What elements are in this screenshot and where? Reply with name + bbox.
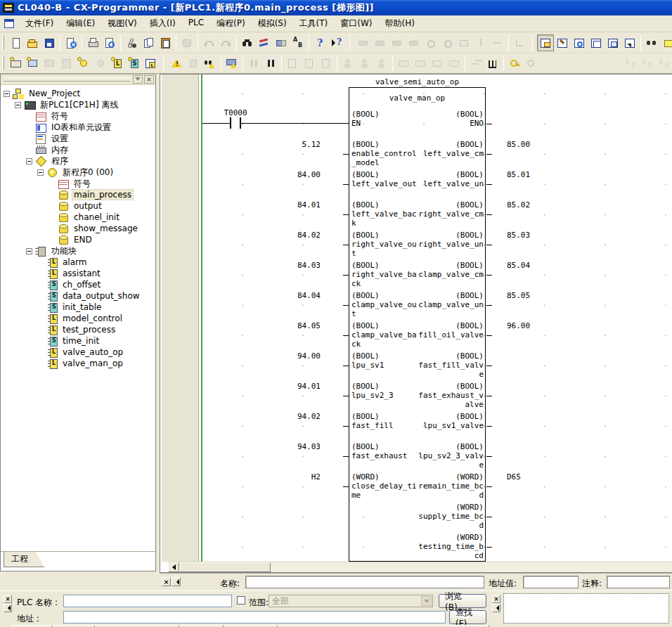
- transfer-to-plc-button[interactable]: [224, 55, 240, 72]
- menu-item-p[interactable]: 编程(P): [210, 15, 252, 32]
- watch-window[interactable]: [503, 593, 669, 623]
- fb-input-pin[interactable]: (BOOL)fast_exhaust: [351, 442, 419, 460]
- print-button[interactable]: [84, 34, 101, 51]
- tree-item-alarm[interactable]: alarm: [1, 257, 155, 268]
- cross-reference-button[interactable]: [605, 34, 621, 51]
- tree-item-end[interactable]: END: [1, 234, 155, 245]
- child-window-icon[interactable]: [4, 18, 15, 29]
- input-operand-address[interactable]: 94.02: [160, 412, 321, 421]
- fb-input-pin[interactable]: (WORD)close_delay_time: [351, 472, 419, 500]
- find-button[interactable]: [239, 34, 256, 51]
- collapse-left-button[interactable]: [4, 604, 12, 612]
- output-operand-address[interactable]: 85.00: [507, 140, 530, 149]
- tree-item-io[interactable]: IO表和单元设置: [1, 122, 155, 133]
- tree-item-item[interactable]: 功能块: [1, 245, 155, 257]
- menu-item-v[interactable]: 视图(V): [101, 15, 143, 32]
- run-mode-button[interactable]: [142, 55, 159, 72]
- close-icon[interactable]: ×: [4, 595, 12, 603]
- output-operand-address[interactable]: 85.05: [507, 291, 530, 300]
- properties-button[interactable]: [621, 34, 638, 51]
- menu-item-w[interactable]: 窗口(W): [334, 15, 378, 32]
- comment-button[interactable]: [660, 34, 672, 51]
- scope-checkbox[interactable]: [237, 596, 245, 605]
- fb-input-pin[interactable]: (BOOL)clamp_valve_out: [351, 291, 419, 318]
- input-operand-address[interactable]: 84.04: [160, 291, 321, 300]
- tree-item-valve-man-op[interactable]: valve_man_op: [1, 358, 155, 369]
- toolbar-grip[interactable]: [2, 56, 4, 70]
- tree-expander-icon[interactable]: [26, 158, 32, 164]
- tree-item-data-output-show[interactable]: data_output_show: [1, 290, 155, 302]
- tab-project[interactable]: 工程: [4, 552, 44, 567]
- fb-input-pin[interactable]: (BOOL)clamp_valve_back: [351, 321, 419, 349]
- close-icon[interactable]: ×: [492, 595, 500, 603]
- find-errors-button[interactable]: [202, 55, 219, 72]
- fb-output-pin[interactable]: (BOOL)lpu_sv1_valve: [416, 412, 484, 430]
- tree-item-test-process[interactable]: test_process: [1, 324, 155, 335]
- fb-output-pin[interactable]: (BOOL)clamp_valve_cm: [416, 261, 484, 279]
- workspace-menu-button[interactable]: [133, 75, 143, 84]
- mnemonic-view-button[interactable]: [554, 34, 571, 51]
- name-input[interactable]: [245, 576, 484, 588]
- menu-item-e[interactable]: 编辑(E): [60, 15, 101, 32]
- fb-output-pin[interactable]: (WORD)testing_time_bcd: [416, 533, 484, 560]
- menu-item-t[interactable]: 工具(T): [293, 15, 335, 32]
- menu-item-h[interactable]: 帮助(H): [379, 15, 421, 32]
- fb-eno-pin[interactable]: (BOOL) ENO: [416, 110, 484, 128]
- scroll-left-button[interactable]: [168, 562, 179, 572]
- context-help-button[interactable]: [328, 34, 345, 51]
- tree-item-item[interactable]: 内存: [1, 144, 155, 155]
- fb-output-pin[interactable]: (BOOL)right_valve_un: [416, 231, 484, 249]
- input-operand-address[interactable]: 5.12: [160, 140, 321, 149]
- work-online-button[interactable]: [24, 55, 41, 72]
- ladder-diagram-editor[interactable]: valve_semi_auto_op valve_man_op T0000 (B…: [160, 74, 672, 573]
- new-button[interactable]: [7, 34, 24, 51]
- workspace-close-button[interactable]: ×: [144, 75, 154, 84]
- fb-instance-name[interactable]: valve_semi_auto_op: [349, 77, 486, 86]
- fb-input-pin[interactable]: (BOOL)left_valve_back: [351, 200, 419, 228]
- output-operand-address[interactable]: D65: [507, 472, 521, 481]
- fb-input-pin[interactable]: (BOOL)lpu_sv2_3: [351, 382, 419, 400]
- search-symbol-button[interactable]: [273, 34, 290, 51]
- tree-item-item[interactable]: 符号: [1, 178, 155, 189]
- address-value-input[interactable]: [523, 576, 579, 588]
- toolbar-grip[interactable]: [2, 36, 4, 50]
- fb-input-pin[interactable]: (BOOL)left_valve_out: [351, 170, 419, 188]
- tree-item-assistant[interactable]: assistant: [1, 268, 155, 279]
- find-replace-button[interactable]: [643, 34, 660, 51]
- address-input[interactable]: [63, 611, 446, 623]
- input-operand-address[interactable]: H2: [160, 472, 321, 481]
- fb-input-pin[interactable]: (BOOL)enable_control_model: [351, 140, 419, 167]
- collapse-left-button[interactable]: [492, 604, 500, 612]
- tree-expander-icon[interactable]: [37, 169, 44, 176]
- horizontal-scrollbar[interactable]: [168, 562, 672, 572]
- fb-output-pin[interactable]: (BOOL)lpu_sv2_3_valve: [416, 442, 484, 470]
- fb-en-pin[interactable]: (BOOL) EN: [351, 110, 419, 128]
- menu-item-plc[interactable]: PLC: [182, 15, 210, 32]
- replace-button[interactable]: [256, 34, 273, 51]
- fb-output-pin[interactable]: (WORD)remain_time_bcd: [416, 472, 484, 500]
- input-operand-address[interactable]: 84.00: [160, 170, 321, 179]
- close-icon[interactable]: ×: [162, 577, 171, 586]
- tree-item-new-project[interactable]: New_Project: [1, 88, 155, 99]
- tree-expander-icon[interactable]: [15, 102, 21, 108]
- time-chart-button[interactable]: [484, 55, 501, 72]
- collapse-left-button[interactable]: [172, 577, 181, 586]
- find-file-button[interactable]: [63, 34, 79, 51]
- menu-item-f[interactable]: 文件(F): [19, 15, 60, 32]
- contact-operand[interactable]: T0000: [209, 108, 261, 117]
- compile-button[interactable]: [168, 55, 185, 72]
- program-mode-button[interactable]: [108, 55, 125, 72]
- output-operand-address[interactable]: 96.00: [507, 321, 530, 330]
- project-window-button[interactable]: [537, 34, 554, 51]
- fb-input-pin[interactable]: (BOOL)fast_fill: [351, 412, 419, 430]
- fb-output-pin[interactable]: (BOOL)left_valve_un: [416, 170, 484, 188]
- find-button[interactable]: 查找(F): [449, 610, 486, 624]
- input-operand-address[interactable]: 84.01: [160, 200, 321, 209]
- tree-item-chanel-init[interactable]: chanel_init: [1, 212, 155, 223]
- tree-item-valve-auto-op[interactable]: valve_auto_op: [1, 347, 155, 358]
- device-type-button[interactable]: [7, 55, 24, 72]
- fb-input-pin[interactable]: (BOOL)lpu_sv1: [351, 351, 419, 370]
- input-operand-address[interactable]: 84.05: [160, 321, 321, 330]
- tree-item-plc1-cp1h[interactable]: 新PLC1[CP1H] 离线: [1, 99, 155, 110]
- watch-window-button[interactable]: [571, 34, 588, 51]
